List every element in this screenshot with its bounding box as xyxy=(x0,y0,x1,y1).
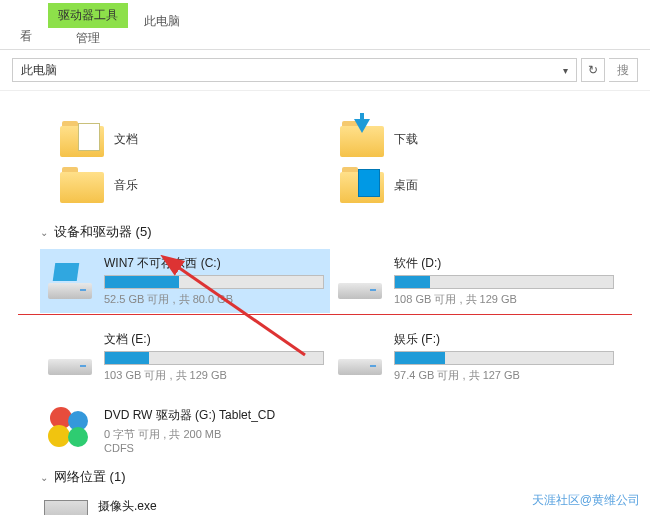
drive-name: 娱乐 (F:) xyxy=(394,331,614,348)
drive-stats: 97.4 GB 可用 , 共 127 GB xyxy=(394,368,614,383)
ribbon-tab-drive-tools[interactable]: 驱动器工具 管理 xyxy=(48,3,128,49)
drive-name: 文档 (E:) xyxy=(104,331,324,348)
folder-label: 桌面 xyxy=(394,177,418,194)
capacity-bar xyxy=(104,275,324,289)
group-header-drives[interactable]: ⌄ 设备和驱动器 (5) xyxy=(40,223,630,241)
folder-label: 音乐 xyxy=(114,177,138,194)
drive-dvd[interactable]: DVD RW 驱动器 (G:) Tablet_CD 0 字节 可用 , 共 20… xyxy=(40,401,620,460)
folder-documents[interactable]: 文档 xyxy=(60,121,280,157)
drive-f[interactable]: 娱乐 (F:) 97.4 GB 可用 , 共 127 GB xyxy=(330,325,620,389)
refresh-button[interactable]: ↻ xyxy=(581,58,605,82)
group-title: 网络位置 (1) xyxy=(54,468,126,486)
group-header-network[interactable]: ⌄ 网络位置 (1) xyxy=(40,468,630,486)
drive-info: 文档 (E:) 103 GB 可用 , 共 129 GB xyxy=(104,331,324,383)
exe-icon: Microsoft xyxy=(44,500,88,516)
drive-info: 软件 (D:) 108 GB 可用 , 共 129 GB xyxy=(394,255,614,307)
folder-label: 文档 xyxy=(114,131,138,148)
ribbon-tab-view[interactable]: 看 xyxy=(10,24,42,49)
search-input[interactable]: 搜 xyxy=(609,58,638,82)
network-info: 摄像头.exe 2013/1/17 12:08 48.0 KB xyxy=(98,498,178,515)
ribbon-tab-this-pc[interactable]: 此电脑 xyxy=(134,9,190,34)
capacity-bar xyxy=(104,351,324,365)
drive-d[interactable]: 软件 (D:) 108 GB 可用 , 共 129 GB xyxy=(330,249,620,313)
drive-fs: CDFS xyxy=(104,442,614,454)
drive-info: DVD RW 驱动器 (G:) Tablet_CD 0 字节 可用 , 共 20… xyxy=(104,407,614,454)
folder-downloads[interactable]: 下载 xyxy=(340,121,560,157)
folders-grid: 文档 下载 音乐 桌面 xyxy=(60,121,630,203)
drive-icon xyxy=(336,337,384,377)
capacity-bar xyxy=(394,351,614,365)
drive-stats: 108 GB 可用 , 共 129 GB xyxy=(394,292,614,307)
content-area: 文档 下载 音乐 桌面 ⌄ 设备和驱动器 (5) WIN7 不可存东西 (C:)… xyxy=(0,91,650,515)
folder-music[interactable]: 音乐 xyxy=(60,167,280,203)
folder-icon xyxy=(60,167,104,203)
drives-grid: WIN7 不可存东西 (C:) 52.5 GB 可用 , 共 80.0 GB 软… xyxy=(40,249,630,460)
drive-info: WIN7 不可存东西 (C:) 52.5 GB 可用 , 共 80.0 GB xyxy=(104,255,324,307)
drive-icon xyxy=(46,261,94,301)
folder-icon xyxy=(340,121,384,157)
folder-label: 下载 xyxy=(394,131,418,148)
manage-label: 管理 xyxy=(66,28,110,49)
folder-icon xyxy=(340,167,384,203)
group-title: 设备和驱动器 (5) xyxy=(54,223,152,241)
address-path: 此电脑 xyxy=(21,62,57,79)
drive-tools-label: 驱动器工具 xyxy=(48,3,128,28)
drive-stats: 52.5 GB 可用 , 共 80.0 GB xyxy=(104,292,324,307)
chevron-down-icon[interactable]: ▾ xyxy=(563,65,568,76)
address-bar[interactable]: 此电脑 ▾ xyxy=(12,58,577,82)
drive-icon xyxy=(336,261,384,301)
toolbar: 此电脑 ▾ ↻ 搜 xyxy=(0,50,650,91)
drive-name: DVD RW 驱动器 (G:) Tablet_CD xyxy=(104,407,614,424)
drive-stats: 0 字节 可用 , 共 200 MB xyxy=(104,427,614,442)
file-name: 摄像头.exe xyxy=(98,498,178,515)
capacity-bar xyxy=(394,275,614,289)
drive-icon xyxy=(46,337,94,377)
drive-stats: 103 GB 可用 , 共 129 GB xyxy=(104,368,324,383)
drive-info: 娱乐 (F:) 97.4 GB 可用 , 共 127 GB xyxy=(394,331,614,383)
chevron-down-icon: ⌄ xyxy=(40,472,48,483)
annotation-line xyxy=(18,314,632,315)
drive-c[interactable]: WIN7 不可存东西 (C:) 52.5 GB 可用 , 共 80.0 GB xyxy=(40,249,330,313)
folder-icon xyxy=(60,121,104,157)
drive-name: 软件 (D:) xyxy=(394,255,614,272)
watermark: 天涯社区@黄维公司 xyxy=(532,492,640,509)
ribbon: 看 驱动器工具 管理 此电脑 xyxy=(0,0,650,50)
chevron-down-icon: ⌄ xyxy=(40,227,48,238)
dvd-icon xyxy=(46,407,94,447)
folder-desktop[interactable]: 桌面 xyxy=(340,167,560,203)
drive-name: WIN7 不可存东西 (C:) xyxy=(104,255,324,272)
drive-e[interactable]: 文档 (E:) 103 GB 可用 , 共 129 GB xyxy=(40,325,330,389)
